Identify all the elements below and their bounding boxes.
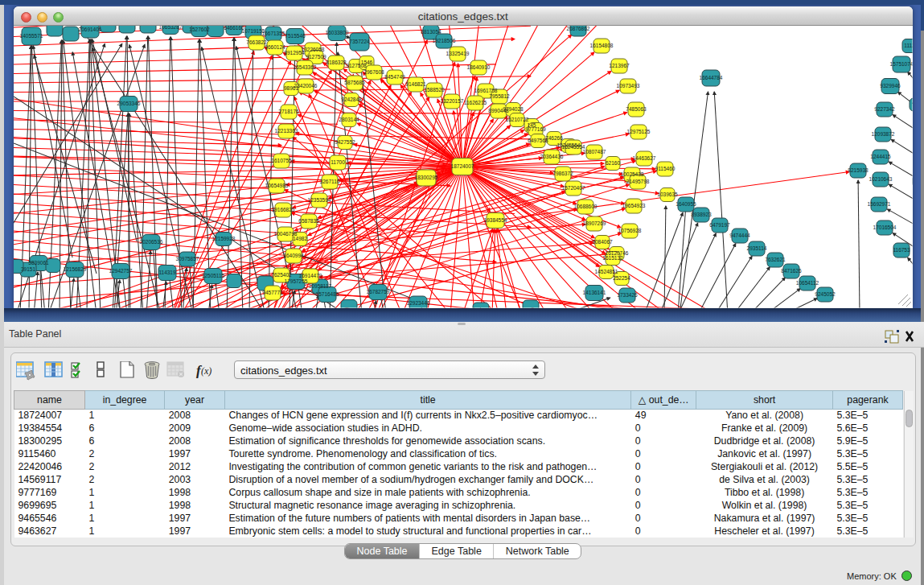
svg-text:1213967: 1213967 — [609, 63, 630, 68]
svg-text:8454749: 8454749 — [384, 74, 405, 80]
svg-text:30975857: 30975857 — [176, 256, 199, 262]
svg-text:10756928: 10756928 — [618, 228, 642, 233]
svg-text:12923446: 12923446 — [407, 300, 430, 306]
svg-text:1527602: 1527602 — [189, 27, 210, 32]
svg-text:10973493: 10973493 — [617, 83, 640, 89]
svg-text:7515546: 7515546 — [285, 33, 306, 39]
svg-text:16154808: 16154808 — [590, 43, 614, 48]
svg-text:26876862: 26876862 — [567, 26, 590, 31]
svg-text:(x): (x) — [201, 365, 211, 377]
svg-text:14055571: 14055571 — [20, 33, 43, 39]
svg-text:1039635: 1039635 — [657, 192, 678, 197]
svg-text:19384554: 19384554 — [484, 217, 507, 223]
svg-text:8938923: 8938923 — [691, 212, 712, 217]
svg-text:13226058: 13226058 — [302, 47, 325, 52]
svg-text:15720407: 15720407 — [562, 185, 585, 191]
svg-text:2967608: 2967608 — [363, 69, 384, 75]
svg-text:1640994: 1640994 — [283, 253, 304, 258]
svg-text:10688609: 10688609 — [574, 204, 598, 209]
svg-text:62160: 62160 — [606, 160, 620, 166]
svg-text:6587835: 6587835 — [298, 218, 319, 224]
svg-text:6479197: 6479197 — [709, 222, 730, 228]
svg-text:1546: 1546 — [361, 60, 373, 65]
svg-text:7357224: 7357224 — [349, 39, 370, 44]
svg-text:1615132: 1615132 — [602, 255, 623, 261]
svg-text:5839061: 5839061 — [28, 260, 49, 266]
svg-text:8471626: 8471626 — [781, 268, 802, 274]
svg-text:1244415: 1244415 — [870, 154, 891, 159]
svg-text:14136141: 14136141 — [583, 290, 606, 295]
svg-text:16644784: 16644784 — [700, 75, 723, 80]
svg-text:12505115: 12505115 — [202, 273, 225, 278]
svg-text:16543362: 16543362 — [294, 64, 317, 70]
svg-text:18724007: 18724007 — [451, 163, 474, 169]
svg-text:6497568: 6497568 — [528, 138, 548, 143]
svg-text:10025438: 10025438 — [621, 171, 644, 177]
svg-text:16671355: 16671355 — [262, 31, 285, 36]
svg-text:9777169: 9777169 — [525, 126, 546, 132]
svg-text:9115460: 9115460 — [655, 166, 676, 171]
svg-text:16210722: 16210722 — [506, 117, 529, 122]
svg-text:15692971: 15692971 — [868, 201, 891, 207]
svg-text:9474444: 9474444 — [729, 233, 750, 238]
svg-text:1610755: 1610755 — [271, 158, 292, 163]
svg-text:9660124: 9660124 — [265, 44, 285, 50]
svg-text:10654112: 10654112 — [796, 280, 819, 286]
svg-text:9427552: 9427552 — [335, 139, 355, 145]
svg-text:114319: 114319 — [158, 270, 176, 275]
svg-text:3267110: 3267110 — [320, 179, 340, 184]
svg-text:7485063: 7485063 — [626, 106, 647, 112]
svg-text:12353594: 12353594 — [308, 197, 331, 203]
svg-text:9329946: 9329946 — [880, 83, 901, 89]
svg-text:16033809: 16033809 — [326, 30, 349, 35]
svg-text:9457771: 9457771 — [262, 290, 283, 295]
svg-text:252254: 252254 — [613, 275, 630, 281]
svg-text:1733426: 1733426 — [617, 292, 638, 298]
svg-text:10807487: 10807487 — [583, 149, 606, 154]
svg-text:21495798: 21495798 — [626, 179, 650, 184]
svg-text:39151: 39151 — [21, 266, 35, 272]
svg-text:7663822: 7663822 — [246, 39, 267, 45]
svg-text:20364436: 20364436 — [540, 154, 564, 159]
svg-text:2935114: 2935114 — [747, 245, 767, 251]
svg-text:8215938: 8215938 — [848, 167, 869, 173]
svg-text:19166825: 19166825 — [272, 207, 295, 212]
svg-text:15716485: 15716485 — [316, 291, 339, 297]
svg-text:16782759: 16782759 — [367, 289, 390, 295]
svg-text:8813054: 8813054 — [421, 29, 441, 35]
svg-text:1588520: 1588520 — [424, 87, 445, 93]
svg-text:7632621: 7632621 — [765, 257, 786, 262]
svg-text:20206536: 20206536 — [140, 239, 163, 245]
svg-text:11626215: 11626215 — [464, 100, 487, 105]
svg-text:14982: 14982 — [293, 236, 307, 241]
svg-text:19654923: 19654923 — [622, 203, 646, 208]
svg-text:13220157: 13220157 — [441, 98, 464, 104]
svg-text:14524851: 14524851 — [595, 269, 618, 274]
svg-text:1640955: 1640955 — [676, 201, 696, 207]
svg-text:17016504: 17016504 — [873, 225, 897, 230]
svg-text:116753: 116753 — [893, 247, 910, 253]
svg-text:18300295: 18300295 — [415, 175, 438, 180]
svg-text:12213363: 12213363 — [275, 128, 298, 134]
svg-text:29053346: 29053346 — [117, 101, 141, 106]
svg-text:9227342: 9227342 — [874, 106, 895, 112]
svg-text:1112: 1112 — [904, 43, 915, 48]
svg-text:10958117: 10958117 — [309, 283, 332, 289]
svg-text:9084067: 9084067 — [592, 239, 613, 245]
svg-text:19218506: 19218506 — [433, 38, 456, 43]
svg-text:14463627: 14463627 — [633, 155, 656, 161]
svg-text:7986372: 7986372 — [552, 171, 573, 176]
svg-text:7955812: 7955812 — [489, 93, 510, 99]
svg-text:17957255: 17957255 — [285, 278, 308, 284]
svg-text:8186328: 8186328 — [326, 60, 347, 65]
svg-text:10210643: 10210643 — [869, 176, 893, 182]
svg-text:12942757: 12942757 — [109, 268, 133, 274]
svg-text:9794028: 9794028 — [503, 106, 524, 112]
svg-text:12093872: 12093872 — [872, 131, 895, 137]
svg-text:13325419: 13325419 — [446, 51, 470, 56]
svg-text:12156829: 12156829 — [64, 266, 87, 272]
svg-text:98961: 98961 — [284, 85, 298, 91]
svg-text:11700: 11700 — [331, 159, 345, 165]
svg-text:12159928: 12159928 — [212, 236, 236, 241]
svg-text:18907269: 18907269 — [583, 220, 606, 226]
